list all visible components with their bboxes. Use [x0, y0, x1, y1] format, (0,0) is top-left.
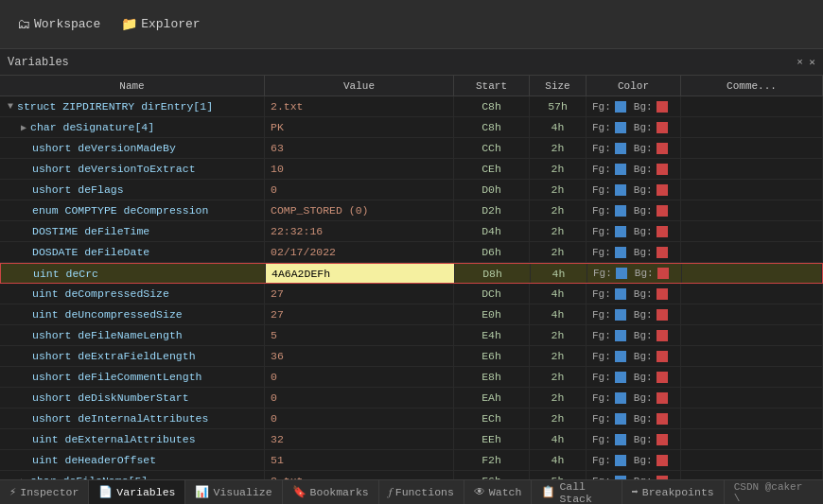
table-body[interactable]: ▼ struct ZIPDIRENTRY dirEntry[1] 2.txt C…	[0, 96, 823, 479]
tab-callstack[interactable]: 📋 Call Stack	[532, 480, 622, 504]
fg-swatch[interactable]	[615, 309, 626, 321]
cell-color: Fg: Bg:	[587, 346, 681, 366]
cell-size: 4h	[530, 429, 587, 449]
table-row[interactable]: ushort deVersionToExtract 10 CEh 2h Fg: …	[0, 159, 823, 180]
expand-arrow[interactable]: ▼	[8, 101, 13, 112]
fg-label: Fg:	[592, 309, 611, 321]
cell-name: ▶ char deFileName[5]	[0, 471, 265, 479]
cell-value: 10	[265, 159, 454, 179]
bg-swatch[interactable]	[657, 226, 668, 237]
table-row[interactable]: ▶ char deFileName[5] 2.txt F6h 5h Fg: Bg…	[0, 471, 823, 479]
fg-swatch[interactable]	[615, 288, 626, 300]
cell-start: C8h	[454, 117, 530, 137]
fg-swatch[interactable]	[615, 101, 626, 113]
table-row[interactable]: ▼ struct ZIPDIRENTRY dirEntry[1] 2.txt C…	[0, 96, 823, 117]
cell-start: CCh	[454, 138, 530, 158]
bg-swatch[interactable]	[657, 288, 668, 300]
bg-swatch[interactable]	[657, 205, 668, 217]
bg-swatch[interactable]	[657, 351, 668, 362]
bg-swatch[interactable]	[657, 455, 668, 466]
cell-color: Fg: Bg:	[587, 284, 681, 304]
table-row[interactable]: ushort deInternalAttributes 0 ECh 2h Fg:…	[0, 408, 823, 429]
cell-value: 32	[265, 429, 454, 449]
visualize-label: Visualize	[213, 486, 271, 498]
table-row[interactable]: uint deUncompressedSize 27 E0h 4h Fg: Bg…	[0, 304, 823, 325]
table-row[interactable]: enum COMPTYPE deCompression COMP_STORED …	[0, 200, 823, 221]
bg-swatch[interactable]	[657, 330, 668, 341]
explorer-tab[interactable]: 📁 Explorer	[114, 12, 207, 36]
cell-start: D6h	[454, 242, 530, 262]
bg-swatch[interactable]	[657, 143, 668, 154]
tab-inspector[interactable]: ⚡ Inspector	[0, 480, 89, 504]
table-row[interactable]: ushort deVersionMadeBy 63 CCh 2h Fg: Bg:	[0, 138, 823, 159]
inspector-label: Inspector	[20, 486, 79, 498]
table-row[interactable]: DOSTIME deFileTime 22:32:16 D4h 2h Fg: B…	[0, 221, 823, 242]
fg-swatch[interactable]	[615, 413, 626, 425]
fg-label: Fg:	[592, 392, 611, 404]
fg-swatch[interactable]	[615, 164, 626, 175]
cell-name: ushort deVersionToExtract	[0, 159, 265, 179]
table-row[interactable]: ushort deDiskNumberStart 0 EAh 2h Fg: Bg…	[0, 388, 823, 408]
table-row[interactable]: ushort deFlags 0 D0h 2h Fg: Bg:	[0, 180, 823, 200]
table-row[interactable]: ▶ char deSignature[4] PK C8h 4h Fg: Bg:	[0, 117, 823, 138]
bg-label: Bg:	[634, 143, 653, 154]
explorer-icon: 📁	[121, 16, 137, 32]
bg-swatch[interactable]	[657, 309, 668, 321]
bg-swatch[interactable]	[657, 184, 668, 196]
fg-swatch[interactable]	[615, 351, 626, 362]
bg-swatch[interactable]	[657, 164, 668, 175]
bg-swatch[interactable]	[657, 392, 668, 404]
fg-swatch[interactable]	[615, 372, 626, 383]
col-comment: Comme...	[681, 76, 823, 96]
workspace-tab[interactable]: 🗂 Workspace	[9, 13, 108, 36]
cell-color: Fg: Bg:	[587, 264, 682, 283]
fg-swatch[interactable]	[615, 226, 626, 237]
bg-swatch[interactable]	[657, 372, 668, 383]
fg-swatch[interactable]	[615, 205, 626, 217]
fg-swatch[interactable]	[615, 455, 626, 466]
cell-size: 2h	[530, 159, 587, 179]
table-row[interactable]: ushort deExtraFieldLength 36 E6h 2h Fg: …	[0, 346, 823, 367]
fg-swatch[interactable]	[615, 122, 626, 133]
fg-label: Fg:	[592, 455, 611, 466]
cell-start: D8h	[455, 264, 531, 283]
cell-start: E6h	[454, 346, 530, 366]
bg-swatch[interactable]	[657, 434, 668, 445]
bg-swatch[interactable]	[657, 122, 668, 133]
fg-label: Fg:	[592, 330, 611, 341]
bg-label: Bg:	[634, 413, 653, 425]
fg-swatch[interactable]	[615, 330, 626, 341]
fg-swatch[interactable]	[615, 143, 626, 154]
tab-breakpoints[interactable]: ➡ Breakpoints	[622, 480, 725, 504]
tab-watch[interactable]: 👁 Watch	[464, 480, 533, 504]
table-row[interactable]: uint deCrc 4A6A2DEFh D8h 4h Fg: Bg:	[0, 263, 823, 284]
cell-color: Fg: Bg:	[587, 96, 681, 116]
table-row[interactable]: DOSDATE deFileDate 02/17/2022 D6h 2h Fg:…	[0, 242, 823, 263]
table-row[interactable]: uint deExternalAttributes 32 EEh 4h Fg: …	[0, 429, 823, 450]
tab-visualize[interactable]: 📊 Visualize	[185, 480, 282, 504]
fg-label: Fg:	[592, 351, 611, 362]
bg-swatch[interactable]	[657, 247, 668, 258]
tab-functions[interactable]: 𝑓 Functions	[379, 480, 464, 504]
close-icon[interactable]: × ✕	[797, 56, 815, 68]
bg-swatch[interactable]	[657, 413, 668, 425]
fg-swatch[interactable]	[615, 434, 626, 445]
cell-comment	[681, 408, 823, 428]
fg-swatch[interactable]	[615, 392, 626, 404]
expand-arrow[interactable]: ▶	[21, 122, 26, 133]
table-row[interactable]: ushort deFileNameLength 5 E4h 2h Fg: Bg:	[0, 325, 823, 346]
tab-variables[interactable]: 📄 Variables	[89, 480, 185, 504]
fg-swatch[interactable]	[615, 247, 626, 258]
table-row[interactable]: uint deHeaderOffset 51 F2h 4h Fg: Bg:	[0, 450, 823, 471]
table-row[interactable]: uint deCompressedSize 27 DCh 4h Fg: Bg:	[0, 284, 823, 304]
cell-size: 2h	[530, 242, 587, 262]
bg-swatch[interactable]	[657, 101, 668, 113]
cell-comment	[681, 284, 823, 304]
table-row[interactable]: ushort deFileCommentLength 0 E8h 2h Fg: …	[0, 367, 823, 388]
tab-bookmarks[interactable]: 🔖 Bookmarks	[283, 480, 379, 504]
fg-swatch[interactable]	[616, 268, 627, 279]
fg-swatch[interactable]	[615, 184, 626, 196]
bg-label: Bg:	[635, 268, 654, 279]
bg-swatch[interactable]	[657, 268, 669, 279]
cell-size: 4h	[530, 304, 587, 324]
